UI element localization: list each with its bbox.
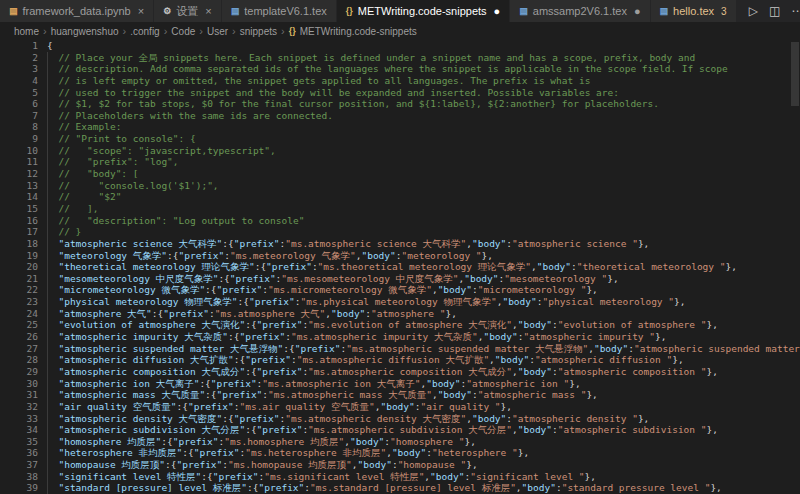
line-number[interactable]: 27 (0, 343, 38, 355)
line-number[interactable]: 7 (0, 110, 38, 122)
code-line-22[interactable]: 22 "micrometeorology 微气象学":{"prefix":"ms… (0, 284, 800, 296)
code-line-23[interactable]: 23 "physical meteorology 物理气象学":{"prefix… (0, 296, 800, 308)
code-line-18[interactable]: 18 "atmospheric science 大气科学":{"prefix":… (0, 238, 800, 250)
breadcrumb-file[interactable]: METWriting.code-snippets (300, 26, 417, 37)
code-line-13[interactable]: 13 // "console.log('$1');", (0, 180, 800, 192)
code-line-17[interactable]: 17 // } (0, 226, 800, 238)
code-line-7[interactable]: 7 // Placeholders with the same ids are … (0, 110, 800, 122)
line-number[interactable]: 16 (0, 215, 38, 227)
line-number[interactable]: 28 (0, 354, 38, 366)
tab-framework-data-ipynb[interactable]: ▤framework_data.ipynb× (0, 0, 154, 22)
code-line-38[interactable]: 38 "significant level 特性层":{"prefix":"ms… (0, 471, 800, 483)
code-line-37[interactable]: 37 "homopause 均质层顶":{"prefix":"ms.homopa… (0, 459, 800, 471)
line-number[interactable]: 9 (0, 133, 38, 145)
code-line-32[interactable]: 32 "air quality 空气质量":{"prefix":"ms.air … (0, 401, 800, 413)
line-number[interactable]: 36 (0, 447, 38, 459)
code-line-35[interactable]: 35 "homosphere 均质层":{"prefix":"ms.homosp… (0, 436, 800, 448)
line-number[interactable]: 18 (0, 238, 38, 250)
code-line-2[interactable]: 2 // Place your 全局 snippets here. Each s… (0, 52, 800, 64)
code-line-33[interactable]: 33 "atmospheric density 大气密度":{"prefix":… (0, 413, 800, 425)
tab-设置[interactable]: ⚙设置× (154, 0, 222, 22)
line-number[interactable]: 3 (0, 63, 38, 75)
breadcrumb-item[interactable]: Code (171, 26, 195, 37)
code-line-16[interactable]: 16 // "description": "Log output to cons… (0, 215, 800, 227)
code-line-34[interactable]: 34 "atmospheric subdivision 大气分层":{"pref… (0, 424, 800, 436)
code-line-27[interactable]: 27 "atmospheric suspended matter 大气悬浮物":… (0, 343, 800, 355)
line-number[interactable]: 12 (0, 168, 38, 180)
breadcrumb-item[interactable]: home (14, 26, 39, 37)
line-number[interactable]: 20 (0, 261, 38, 273)
code-line-20[interactable]: 20 "theoretical meteorology 理论气象学":{"pre… (0, 261, 800, 273)
code-line-31[interactable]: 31 "atmospheric mass 大气质量":{"prefix":"ms… (0, 389, 800, 401)
editor[interactable]: 1{2 // Place your 全局 snippets here. Each… (0, 40, 800, 494)
line-number[interactable]: 14 (0, 191, 38, 203)
code-line-8[interactable]: 8 // Example: (0, 121, 800, 133)
run-button-icon[interactable]: ▷ (749, 5, 758, 17)
tab-amssamp2v6-1-tex[interactable]: ▤amssamp2V6.1.tex● (510, 0, 650, 22)
code-line-14[interactable]: 14 // "$2" (0, 191, 800, 203)
code-line-6[interactable]: 6 // $1, $2 for tab stops, $0 for the fi… (0, 98, 800, 110)
tab-hello-tex[interactable]: ▤hello.tex3 (651, 0, 737, 22)
line-number[interactable]: 30 (0, 378, 38, 390)
more-actions-button-icon[interactable]: ⋯ (791, 5, 800, 17)
line-number[interactable]: 38 (0, 471, 38, 483)
line-number[interactable]: 39 (0, 482, 38, 494)
tab-metwriting-code-snippets[interactable]: {}METWriting.code-snippets● (337, 0, 510, 22)
close-icon[interactable]: × (138, 5, 144, 17)
line-number[interactable]: 33 (0, 413, 38, 425)
vertical-scrollbar[interactable] (790, 40, 800, 494)
code-line-25[interactable]: 25 "evolution of atmosphere 大气演化":{"pref… (0, 319, 800, 331)
code-line-36[interactable]: 36 "heterosphere 非均质层":{"prefix":"ms.het… (0, 447, 800, 459)
code-line-4[interactable]: 4 // is left empty or omitted, the snipp… (0, 75, 800, 87)
code-line-39[interactable]: 39 "standard [pressure] level 标准层":{"pre… (0, 482, 800, 494)
line-number[interactable]: 17 (0, 226, 38, 238)
code-line-29[interactable]: 29 "atmospheric composition 大气成分":{"pref… (0, 366, 800, 378)
line-number[interactable]: 2 (0, 52, 38, 64)
modified-dot-icon[interactable]: ● (494, 5, 501, 17)
code-line-30[interactable]: 30 "atmospheric ion 大气离子":{"prefix":"ms.… (0, 378, 800, 390)
line-number[interactable]: 37 (0, 459, 38, 471)
line-number[interactable]: 13 (0, 180, 38, 192)
code-line-1[interactable]: 1{ (0, 40, 800, 52)
line-number[interactable]: 26 (0, 331, 38, 343)
code-line-12[interactable]: 12 // "body": [ (0, 168, 800, 180)
line-number[interactable]: 10 (0, 145, 38, 157)
modified-dot-icon[interactable]: ● (634, 5, 641, 17)
code-line-28[interactable]: 28 "atmospheric diffusion 大气扩散":{"prefix… (0, 354, 800, 366)
breadcrumb-item[interactable]: snippets (240, 26, 277, 37)
line-number[interactable]: 6 (0, 98, 38, 110)
line-number[interactable]: 31 (0, 389, 38, 401)
line-number[interactable]: 35 (0, 436, 38, 448)
line-number[interactable]: 8 (0, 121, 38, 133)
split-editor-button-icon[interactable]: ◫ (769, 5, 780, 17)
tab-templatev6-1-tex[interactable]: ▤templateV6.1.tex (222, 0, 337, 22)
code-line-15[interactable]: 15 // ], (0, 203, 800, 215)
code-line-9[interactable]: 9 // "Print to console": { (0, 133, 800, 145)
breadcrumb-item[interactable]: User (207, 26, 228, 37)
code-line-19[interactable]: 19 "meteorology 气象学":{"prefix":"ms.meteo… (0, 250, 800, 262)
line-number[interactable]: 23 (0, 296, 38, 308)
code-line-26[interactable]: 26 "atmospheric impurity 大气杂质":{"prefix"… (0, 331, 800, 343)
line-number[interactable]: 4 (0, 75, 38, 87)
breadcrumb-item[interactable]: .config (130, 26, 159, 37)
code-line-11[interactable]: 11 // "prefix": "log", (0, 156, 800, 168)
line-number[interactable]: 15 (0, 203, 38, 215)
badge[interactable]: 3 (721, 6, 727, 17)
line-number[interactable]: 29 (0, 366, 38, 378)
code-line-5[interactable]: 5 // used to trigger the snippet and the… (0, 87, 800, 99)
code-line-24[interactable]: 24 "atmosphere 大气":{"prefix":"ms.atmosph… (0, 308, 800, 320)
line-number[interactable]: 5 (0, 87, 38, 99)
line-number[interactable]: 11 (0, 156, 38, 168)
code-line-21[interactable]: 21 "mesometeorology 中尺度气象学":{"prefix":"m… (0, 273, 800, 285)
line-number[interactable]: 24 (0, 308, 38, 320)
line-number[interactable]: 25 (0, 319, 38, 331)
scrollbar-thumb[interactable] (791, 42, 799, 106)
code-line-3[interactable]: 3 // description. Add comma separated id… (0, 63, 800, 75)
line-number[interactable]: 22 (0, 284, 38, 296)
breadcrumb-item[interactable]: huangwenshuo (51, 26, 119, 37)
line-number[interactable]: 21 (0, 273, 38, 285)
line-number[interactable]: 32 (0, 401, 38, 413)
code-line-10[interactable]: 10 // "scope": "javascript,typescript", (0, 145, 800, 157)
close-icon[interactable]: × (205, 5, 211, 17)
line-number[interactable]: 19 (0, 250, 38, 262)
